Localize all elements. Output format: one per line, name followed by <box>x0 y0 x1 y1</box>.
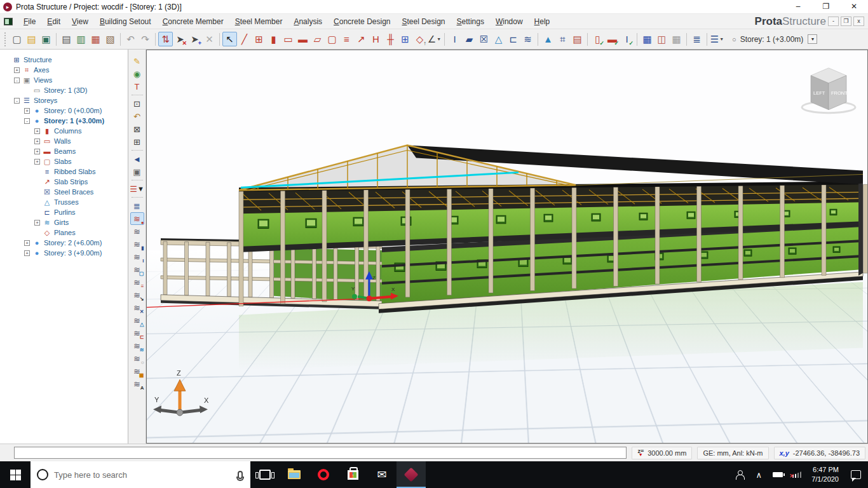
maximize-button[interactable]: ❐ <box>812 0 840 13</box>
tree-expander[interactable]: - <box>14 98 20 104</box>
clipboard-icon[interactable]: ▧ <box>103 32 118 46</box>
tree-expander[interactable]: - <box>24 118 30 124</box>
3d-viewport[interactable]: Z Y X LEFT FRONT <box>146 50 868 444</box>
filter-strips-icon[interactable]: ≋↘ <box>130 288 144 301</box>
report-manager-icon[interactable]: ≣ <box>689 32 704 46</box>
building-display-icon[interactable]: ◫ <box>654 32 669 46</box>
tree-item-slabs[interactable]: +▢Slabs <box>0 156 128 166</box>
select-remove-icon[interactable]: ➤✕ <box>173 32 187 46</box>
mdi-restore-button[interactable]: ❐ <box>841 17 851 26</box>
zoom-window-icon[interactable]: ⊡ <box>130 97 144 110</box>
zoom-previous-icon[interactable]: ↶ <box>130 110 144 123</box>
beam-check-icon[interactable]: ▬✓ <box>605 32 620 46</box>
tree-item-storey-0-0-00m[interactable]: +●Storey: 0 (+0.00m) <box>0 105 128 116</box>
new-file-icon[interactable]: ▢ <box>10 32 24 46</box>
command-input[interactable] <box>14 447 627 459</box>
frame-add-icon[interactable]: ⊞ <box>398 32 412 46</box>
storey-selector[interactable]: ○ Storey: 1 (+3.00m) ▼ <box>729 32 820 46</box>
tree-expander[interactable]: + <box>24 240 30 246</box>
opera-button[interactable] <box>309 461 338 488</box>
tree-item-views[interactable]: -▣Views <box>0 75 128 85</box>
units-cell[interactable]: GE: mm, Anl: kN-m <box>697 447 768 459</box>
task-view-button[interactable] <box>250 461 280 488</box>
filter-selection-icon[interactable]: ≋● <box>130 212 144 225</box>
slab-tool-icon[interactable]: ▢ <box>325 32 339 46</box>
tree-expander[interactable]: + <box>34 149 40 154</box>
menu-steel-design[interactable]: Steel Design <box>396 14 451 29</box>
redo-icon[interactable]: ↷ <box>138 32 153 46</box>
file-explorer-button[interactable] <box>280 461 309 488</box>
tree-expander[interactable]: + <box>24 250 30 256</box>
batch-print-icon[interactable]: ▥ <box>74 32 88 46</box>
menu-concrete-member[interactable]: Concrete Member <box>157 14 229 29</box>
filter-steel-icon[interactable]: ≋I <box>130 250 144 263</box>
tree-item-structure[interactable]: ⊞Structure <box>0 55 128 65</box>
undo-icon[interactable]: ↶ <box>123 32 138 46</box>
mdi-child-icon[interactable] <box>4 18 13 25</box>
filter-circle-icon[interactable]: ≋○ <box>130 352 144 365</box>
tree-item-walls[interactable]: +▭Walls <box>0 136 128 146</box>
store-button[interactable] <box>338 461 367 488</box>
menu-window[interactable]: Window <box>490 14 529 29</box>
storey-dropdown-button[interactable]: ▼ <box>808 34 817 44</box>
node-edit-icon[interactable]: ◉ <box>130 67 144 80</box>
filter-purlins-icon[interactable]: ≋⊏ <box>130 327 144 339</box>
tree-item-ribbed-slabs[interactable]: ≡Ribbed Slabs <box>0 166 128 177</box>
purlin-tool-icon[interactable]: ⊏ <box>506 32 520 46</box>
view-cube[interactable]: LEFT FRONT <box>802 68 855 113</box>
filter-annotation-icon[interactable]: ≋A <box>130 377 144 390</box>
close-button[interactable]: ✕ <box>840 0 868 13</box>
column-tool-icon[interactable]: ▮ <box>266 32 281 46</box>
steel-check-icon[interactable]: I✓ <box>620 32 634 46</box>
menu-view[interactable]: View <box>66 14 94 29</box>
delete-icon[interactable]: ✕ <box>202 32 217 46</box>
menu-file[interactable]: File <box>18 14 41 29</box>
analysis-run-icon[interactable]: ▲ <box>541 32 555 46</box>
tree-item-columns[interactable]: +▮Columns <box>0 126 128 136</box>
tree-item-steel-braces[interactable]: ☒Steel Braces <box>0 187 128 197</box>
open-folder-icon[interactable]: ▤ <box>24 32 39 46</box>
network-icon[interactable]: ✕ <box>787 471 806 478</box>
start-button[interactable] <box>0 461 31 488</box>
truss-tool-icon[interactable]: △ <box>491 32 506 46</box>
copy-properties-icon[interactable]: ▣ <box>130 165 144 178</box>
toolbar-drag-handle[interactable] <box>4 32 8 46</box>
multi-bay-icon[interactable]: ╫ <box>383 32 398 46</box>
tree-item-storey-3-9-00m[interactable]: +●Storey: 3 (+9.00m) <box>0 248 128 258</box>
save-icon[interactable]: ▣ <box>39 32 53 46</box>
tree-item-axes[interactable]: +⌗Axes <box>0 65 128 75</box>
menu-steel-member[interactable]: Steel Member <box>229 14 288 29</box>
clock[interactable]: 6:47 PM 7/1/2020 <box>806 465 844 485</box>
portal-frame-icon[interactable]: H <box>369 32 383 46</box>
menu-help[interactable]: Help <box>529 14 556 29</box>
zoom-dynamic-icon[interactable]: ⊞ <box>130 135 144 148</box>
zoom-extents-icon[interactable]: ⊠ <box>130 123 144 135</box>
batch-design-icon[interactable]: ▦ <box>640 32 654 46</box>
filter-trusses-icon[interactable]: ≋△ <box>130 314 144 327</box>
draw-member-icon[interactable]: ╱ <box>237 32 252 46</box>
edit-pencil-icon[interactable]: ✎ <box>130 55 144 67</box>
filter-ribbed-icon[interactable]: ≋≡ <box>130 276 144 288</box>
tree-expander[interactable]: + <box>34 220 40 226</box>
tree-item-storey-1-3-00m[interactable]: -●Storey: 1 (+3.00m) <box>0 116 128 126</box>
girt-tool-icon[interactable]: ≋ <box>520 32 535 46</box>
protastructure-taskbar-button[interactable] <box>397 461 426 488</box>
sheet-edit-icon[interactable]: ≣ <box>130 200 144 212</box>
tree-expander[interactable]: + <box>14 67 20 73</box>
tree-expander[interactable]: + <box>34 128 40 134</box>
menu-concrete-design[interactable]: Concrete Design <box>328 14 396 29</box>
polyline-tool-icon[interactable]: ∠▼ <box>427 32 442 46</box>
axis-label-icon[interactable]: T <box>130 80 144 93</box>
display-settings-icon[interactable]: ▦ <box>669 32 684 46</box>
print-icon[interactable]: ▤ <box>59 32 74 46</box>
tree-item-storey-2-6-00m[interactable]: +●Storey: 2 (+6.00m) <box>0 238 128 248</box>
microphone-icon[interactable] <box>238 471 243 479</box>
taskbar-search[interactable]: Type here to search <box>31 461 250 488</box>
menu-edit[interactable]: Edit <box>41 14 66 29</box>
steel-beam-icon[interactable]: ▰ <box>462 32 477 46</box>
tables-icon[interactable]: ▦ <box>88 32 103 46</box>
tree-item-beams[interactable]: +▬Beams <box>0 146 128 156</box>
select-pointer-icon[interactable]: ↖ <box>222 32 237 46</box>
tree-expander[interactable]: - <box>14 78 20 83</box>
action-center-button[interactable] <box>844 470 868 479</box>
